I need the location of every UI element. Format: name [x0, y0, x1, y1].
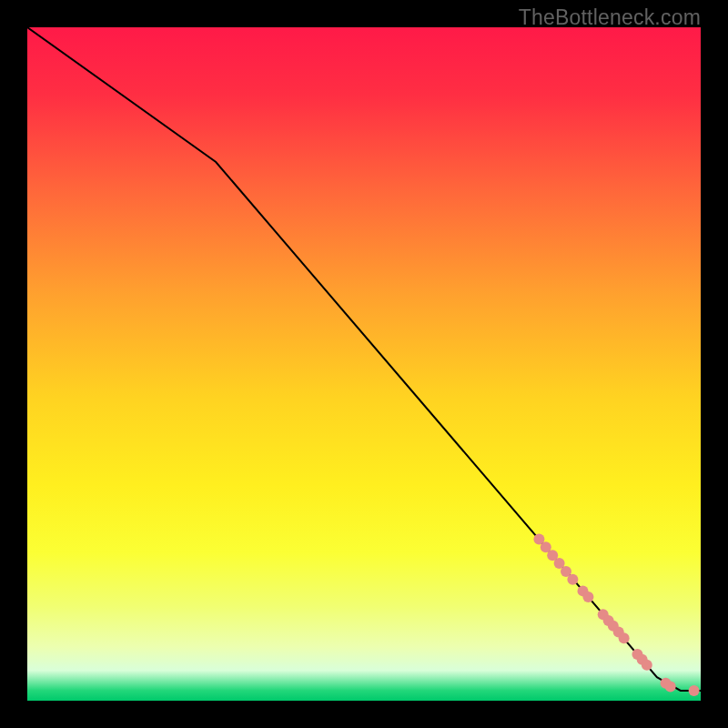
watermark-text: TheBottleneck.com: [519, 5, 701, 30]
data-point: [689, 685, 700, 696]
data-point: [619, 632, 630, 643]
data-point: [642, 660, 652, 671]
data-point: [567, 574, 578, 585]
plot-area: [27, 27, 701, 701]
data-point: [582, 592, 593, 602]
data-point: [665, 681, 676, 692]
gradient-background: [27, 27, 701, 701]
chart-frame: TheBottleneck.com: [0, 0, 728, 728]
chart-svg: [27, 27, 701, 701]
